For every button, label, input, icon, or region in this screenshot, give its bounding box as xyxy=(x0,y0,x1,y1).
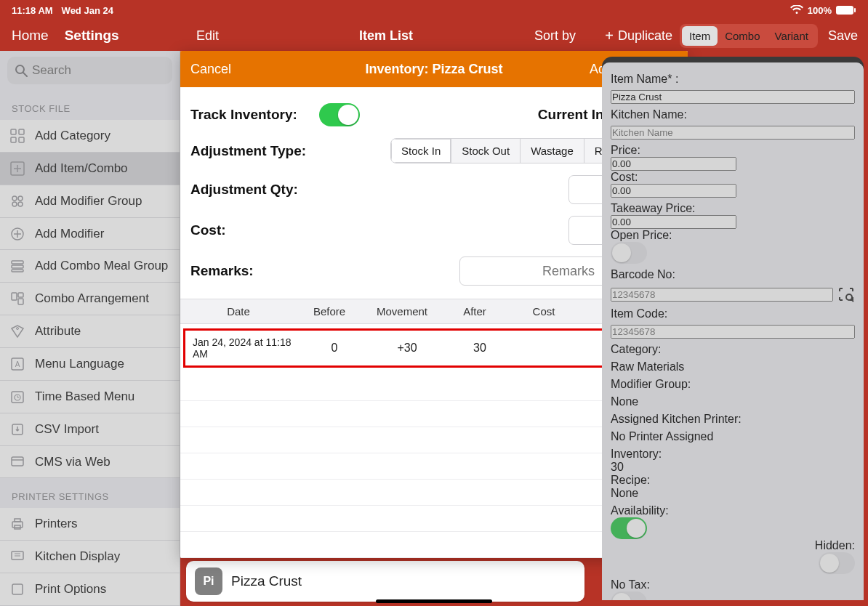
hidden-toggle[interactable] xyxy=(819,552,855,574)
recipe-button[interactable]: None xyxy=(611,487,855,500)
home-indicator[interactable] xyxy=(376,599,492,603)
hdr-movement: Movement xyxy=(362,299,442,323)
hdr-before: Before xyxy=(297,299,362,323)
hdr-after: After xyxy=(442,299,507,323)
item-name-label: Item Name* : xyxy=(611,73,855,86)
nav-settings[interactable]: Settings xyxy=(65,28,119,44)
nav-home[interactable]: Home xyxy=(12,28,49,44)
track-inventory-label: Track Inventory: xyxy=(190,107,297,123)
printer-button[interactable]: No Printer Assigned xyxy=(611,430,855,443)
adj-type-wastage[interactable]: Wastage xyxy=(520,139,584,163)
row-date: Jan 24, 2024 at 11:18 AM xyxy=(185,331,302,365)
seg-variant[interactable]: Variant xyxy=(768,26,816,46)
detail-sheet: Item Name* : Kitchen Name: Price: Cost: … xyxy=(602,57,864,600)
item-badge: Pi xyxy=(195,567,222,595)
itemcode-label: Item Code: xyxy=(611,307,855,320)
price-input[interactable] xyxy=(611,157,736,171)
item-card[interactable]: Pi Pizza Crust xyxy=(186,561,584,602)
openprice-toggle[interactable] xyxy=(611,242,647,264)
status-time: 11:18 AM xyxy=(12,5,53,16)
adj-type-stock-in[interactable]: Stock In xyxy=(391,139,451,163)
battery-icon xyxy=(836,5,856,15)
svg-point-41 xyxy=(846,294,852,300)
barcode-label: Barcode No: xyxy=(611,268,855,281)
sortby-button[interactable]: Sort by xyxy=(534,28,576,44)
adj-type-label: Adjustment Type: xyxy=(190,143,306,159)
battery-pct: 100% xyxy=(808,5,832,16)
takeaway-input[interactable] xyxy=(611,215,736,229)
plus-icon: + xyxy=(605,28,614,44)
inventory-label: Inventory: xyxy=(611,448,855,461)
status-bar: 11:18 AM Wed Jan 24 100% xyxy=(0,0,868,20)
cancel-button[interactable]: Cancel xyxy=(190,62,231,77)
remarks-label: Remarks: xyxy=(190,263,254,279)
row-after: 30 xyxy=(447,336,513,360)
page-title: Item List xyxy=(359,28,413,44)
row-movement: +30 xyxy=(367,336,447,360)
notax-label: No Tax: xyxy=(611,578,855,591)
openprice-label: Open Price: xyxy=(611,229,855,242)
notax-toggle[interactable] xyxy=(611,591,647,600)
itemcode-input[interactable] xyxy=(611,325,855,339)
category-button[interactable]: Raw Materials xyxy=(611,360,855,373)
seg-combo[interactable]: Combo xyxy=(718,26,767,46)
adj-type-stock-out[interactable]: Stock Out xyxy=(451,139,520,163)
seg-item[interactable]: Item xyxy=(682,26,718,46)
inventory-button[interactable]: 30 xyxy=(611,461,855,474)
hidden-label: Hidden: xyxy=(611,539,855,552)
duplicate-label: Duplicate xyxy=(618,28,672,44)
track-inventory-toggle[interactable] xyxy=(319,103,360,126)
item-name-input[interactable] xyxy=(611,90,855,104)
kitchen-name-label: Kitchen Name: xyxy=(611,108,855,121)
availability-label: Availability: xyxy=(611,504,855,517)
wifi-icon xyxy=(790,5,803,15)
edit-button[interactable]: Edit xyxy=(196,28,219,44)
duplicate-button[interactable]: + Duplicate xyxy=(605,28,672,44)
svg-rect-1 xyxy=(854,8,856,12)
top-nav: Home Settings Edit Item List Sort by + D… xyxy=(0,20,868,51)
modal-cost-label: Cost: xyxy=(190,222,226,238)
availability-toggle[interactable] xyxy=(611,517,647,539)
price-label: Price: xyxy=(611,144,855,157)
item-name: Pizza Crust xyxy=(231,573,302,589)
modgroup-label: Modifier Group: xyxy=(611,378,855,391)
category-label: Category: xyxy=(611,343,855,356)
hdr-date: Date xyxy=(180,299,297,323)
cost-input[interactable] xyxy=(611,184,736,198)
item-type-segmented[interactable]: Item Combo Variant xyxy=(680,24,818,48)
printer-label: Assigned Kitchen Printer: xyxy=(611,413,855,426)
takeaway-label: Takeaway Price: xyxy=(611,202,855,215)
status-date: Wed Jan 24 xyxy=(62,5,113,16)
modal-title: Inventory: Pizza Crust xyxy=(365,62,502,77)
recipe-label: Recipe: xyxy=(611,474,855,487)
adj-qty-label: Adjustment Qty: xyxy=(190,182,298,198)
modgroup-button[interactable]: None xyxy=(611,395,855,408)
barcode-input[interactable] xyxy=(611,288,833,302)
row-cost xyxy=(513,342,585,354)
hdr-cost: Cost xyxy=(507,299,580,323)
save-button[interactable]: Save xyxy=(828,28,858,44)
barcode-scan-icon[interactable] xyxy=(837,286,855,303)
kitchen-name-input[interactable] xyxy=(611,126,855,140)
row-before: 0 xyxy=(302,336,367,360)
cost-label: Cost: xyxy=(611,171,855,184)
svg-rect-0 xyxy=(836,6,853,15)
